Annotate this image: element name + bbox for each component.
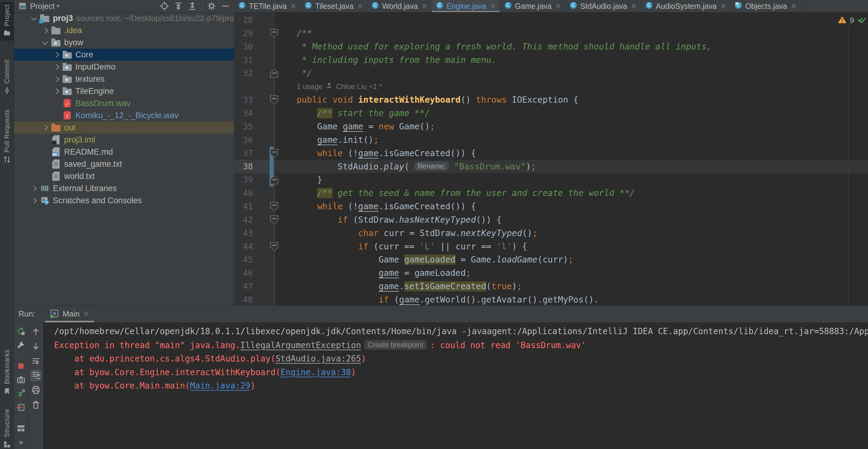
tree-item-out[interactable]: out [14, 122, 234, 134]
tree-item-readme-md[interactable]: MDREADME.md [14, 146, 234, 158]
console-line-4: at byow.Core.Engine.interactWithKeyboard… [54, 365, 868, 379]
code-line-45: 45 Game gameLoaded = Game.loadGame(curr)… [234, 253, 868, 266]
line-number: 29 [234, 27, 253, 40]
rerun-icon[interactable] [15, 326, 27, 336]
tree-item-scratches[interactable]: Scratches and Consoles [14, 194, 234, 206]
layout-icon[interactable] [15, 423, 27, 434]
close-icon[interactable]: ✕ [490, 2, 496, 10]
line-number: 47 [234, 280, 253, 293]
tree-item-proj3-iml[interactable]: proj3.iml [14, 134, 234, 146]
close-icon[interactable]: ✕ [357, 2, 363, 10]
prev-occurrence-icon[interactable] [30, 326, 42, 338]
class-icon: C [436, 1, 444, 11]
tree-item-textures[interactable]: textures [14, 73, 234, 85]
line-number: 44 [234, 240, 253, 253]
close-icon[interactable]: ✕ [791, 2, 797, 10]
tool-window-stripe: Project Commit Pull Requests Bookmarks S… [0, 0, 14, 449]
stripe-item-structure[interactable]: Structure [0, 407, 14, 449]
editor-tab-audiosystem-java[interactable]: C AudioSystem.java ✕ [641, 0, 730, 12]
tree-item-core[interactable]: Core [14, 49, 234, 61]
chevron-right-icon[interactable] [31, 198, 36, 203]
stripe-item-pull-requests[interactable]: Pull Requests [0, 107, 14, 167]
editor-tab-objects-java[interactable]: C Objects.java ✕ [730, 0, 801, 12]
chevron-right-icon[interactable] [54, 76, 59, 82]
close-icon[interactable]: ✕ [555, 2, 561, 10]
thread-dump-camera-icon[interactable] [15, 375, 27, 385]
chevron-right-icon[interactable] [54, 88, 59, 94]
inspections-widget[interactable]: 9 [838, 15, 867, 26]
code-line-34: 34 /** start the game **/ [234, 107, 868, 120]
close-icon[interactable]: ✕ [631, 2, 637, 10]
stack-trace-link[interactable]: StdAudio.java:265 [275, 354, 361, 363]
stack-trace-link[interactable]: IllegalArgumentException [240, 340, 361, 350]
close-icon[interactable]: ✕ [422, 2, 427, 10]
chevron-down-icon[interactable] [31, 15, 36, 20]
code-line-44: 44 if (curr == 'L' || curr == 'l') { [234, 240, 868, 253]
close-icon[interactable]: ✕ [83, 310, 89, 318]
coverage-icon[interactable] [15, 388, 27, 399]
hide-panel-icon[interactable] [221, 2, 230, 11]
line-number: 28 [234, 13, 253, 27]
close-icon[interactable]: ✕ [290, 2, 296, 10]
toolbar-divider [202, 2, 202, 10]
settings-gear-icon[interactable] [207, 2, 216, 11]
line-number: 37 [234, 147, 253, 160]
chevron-right-icon[interactable] [54, 64, 59, 70]
run-tab-main[interactable]: Main ✕ [44, 306, 95, 322]
editor-tab-engine-java[interactable]: C Engine.java ✕ [432, 0, 500, 12]
chevron-right-icon[interactable] [31, 186, 36, 191]
tree-item-saved-game-txt[interactable]: saved_game.txt [14, 158, 234, 170]
tree-item-label: Scratches and Consoles [53, 196, 142, 205]
more-icon[interactable]: » [15, 437, 27, 447]
stack-trace-link[interactable]: Engine.java:38 [281, 367, 351, 377]
class-icon: C [371, 1, 379, 11]
author-annotation[interactable]: Chloe Liu +1 * [336, 80, 382, 93]
chevron-right-icon[interactable] [42, 125, 48, 130]
tree-item-byow[interactable]: byow [14, 36, 234, 49]
chevron-down-icon[interactable]: ▾ [57, 3, 59, 9]
locate-icon[interactable] [160, 2, 169, 11]
code-line-37: 37 while (!game.isGameCreated()) { [234, 147, 868, 160]
close-icon[interactable]: ✕ [720, 2, 726, 10]
editor-tab-tileset-java[interactable]: C Tileset.java ✕ [300, 0, 367, 12]
usage-count[interactable]: 1 usage [297, 80, 322, 93]
tree-item-proj3[interactable]: proj3sources root, ~/Desktop/cs61bl/su22… [14, 12, 234, 24]
next-occurrence-icon[interactable] [30, 341, 42, 352]
scroll-to-end-icon[interactable] [30, 370, 42, 381]
editor-tab-stdaudio-java[interactable]: C StdAudio.java ✕ [565, 0, 641, 12]
clear-all-icon[interactable] [30, 399, 42, 410]
tree-item-komiku-wav[interactable]: ♪Komiku_-_12_-_Bicycle.wav [14, 109, 234, 122]
toolbar-divider [17, 355, 25, 356]
structure-icon [3, 441, 11, 449]
svg-text:C: C [374, 3, 377, 8]
stop-icon[interactable] [15, 361, 27, 372]
stripe-item-project[interactable]: Project [0, 2, 14, 41]
tree-item-label: byow [64, 38, 83, 47]
console-output: /opt/homebrew/Cellar/openjdk/18.0.1.1/li… [44, 323, 868, 449]
chevron-right-icon[interactable] [54, 52, 59, 57]
tree-item-external-libraries[interactable]: External Libraries [14, 182, 234, 194]
create-breakpoint-chip[interactable]: Create breakpoint [364, 340, 427, 350]
project-panel-title[interactable]: Project [30, 2, 55, 11]
settings-wrench-icon[interactable] [15, 340, 27, 350]
svg-text:C: C [307, 3, 310, 8]
tree-item-inputdemo[interactable]: InputDemo [14, 61, 234, 73]
editor-tab-game-java[interactable]: C Game.java ✕ [500, 0, 565, 12]
tree-item-tileengine[interactable]: TileEngine [14, 85, 234, 97]
tree-item-world-txt[interactable]: world.txt [14, 170, 234, 182]
stripe-item-commit[interactable]: Commit [0, 57, 14, 98]
collapse-all-icon[interactable] [188, 2, 197, 11]
editor-tab-tetile-java[interactable]: C TETile.java ✕ [234, 0, 300, 12]
expand-all-icon[interactable] [174, 2, 183, 11]
class-icon: C [504, 1, 512, 11]
chevron-down-icon[interactable] [42, 39, 48, 45]
soft-wrap-icon[interactable] [30, 355, 42, 367]
stripe-item-bookmarks[interactable]: Bookmarks [0, 347, 14, 399]
tree-item-bassdrum-wav[interactable]: ♪BassDrum.wav [14, 97, 234, 109]
chevron-right-icon[interactable] [42, 28, 48, 33]
exit-icon[interactable] [15, 402, 27, 413]
stack-trace-link[interactable]: Main.java:29 [190, 381, 250, 390]
tree-item-idea[interactable]: .idea [14, 24, 234, 36]
print-icon[interactable] [30, 384, 42, 396]
editor-tab-world-java[interactable]: C World.java ✕ [367, 0, 432, 12]
